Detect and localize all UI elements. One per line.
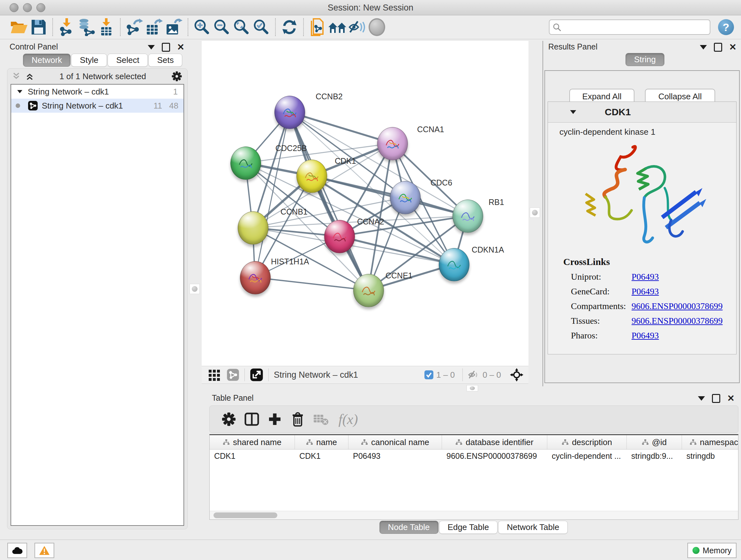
section-collapse-icon[interactable] <box>569 108 577 116</box>
maximize-panel-icon[interactable] <box>714 43 722 52</box>
crosslink-value-link[interactable]: 9606.ENSP00000378699 <box>631 301 723 311</box>
node-CDC6[interactable] <box>390 181 421 214</box>
tree-expand-icon[interactable] <box>16 88 23 95</box>
hidden-eye-icon[interactable] <box>468 370 480 380</box>
export-network-button[interactable] <box>125 17 144 37</box>
node-HIST1H1A[interactable] <box>240 261 271 294</box>
node-CDKN1A[interactable] <box>439 248 469 281</box>
crosslink-value-link[interactable]: P06493 <box>631 330 659 341</box>
table-options-button[interactable] <box>217 410 240 429</box>
column-header-name[interactable]: name <box>295 435 348 449</box>
add-column-button[interactable] <box>263 410 286 429</box>
table-cell[interactable]: CDK1 <box>295 449 348 462</box>
table-cell[interactable]: stringdb <box>682 449 741 462</box>
float-panel-icon[interactable] <box>148 45 155 50</box>
delete-column-button[interactable] <box>286 410 309 429</box>
table-cell[interactable]: P06493 <box>348 449 442 462</box>
network-row[interactable]: String Network – cdk1 11 48 <box>11 99 184 113</box>
close-panel-icon[interactable]: ✕ <box>729 44 737 51</box>
network-from-file-button[interactable] <box>308 17 327 37</box>
import-table-button[interactable] <box>96 17 116 37</box>
node-CCNA1[interactable] <box>377 127 408 160</box>
node-CDK1[interactable] <box>296 160 327 193</box>
zoom-out-button[interactable] <box>212 17 232 37</box>
edge-CCNB2-HIST1H1A[interactable] <box>255 112 289 277</box>
crosslink-value-link[interactable]: P06493 <box>631 287 659 297</box>
selected-checkbox-icon[interactable] <box>424 370 434 380</box>
node-CDC25B[interactable] <box>230 146 261 180</box>
toolbar-separator <box>52 18 53 36</box>
node-CCNB1[interactable] <box>238 211 268 245</box>
tab-select[interactable]: Select <box>108 54 148 67</box>
tab-edge-table[interactable]: Edge Table <box>439 521 498 534</box>
node-RB1[interactable] <box>453 199 483 233</box>
grid-view-icon[interactable] <box>208 368 221 381</box>
table-row[interactable]: CDK1CDK1P064939606.ENSP00000378699cyclin… <box>210 449 738 462</box>
warnings-button[interactable] <box>35 543 54 558</box>
detach-view-icon[interactable] <box>250 368 263 381</box>
crosslink-value-link[interactable]: P06493 <box>631 272 659 282</box>
close-panel-icon[interactable]: ✕ <box>727 395 735 402</box>
zoom-in-button[interactable] <box>192 17 212 37</box>
birds-eye-icon[interactable] <box>509 368 524 382</box>
export-image-button[interactable] <box>164 17 184 37</box>
left-splitter-handle[interactable] <box>190 284 200 294</box>
open-session-button[interactable] <box>9 17 29 37</box>
float-panel-icon[interactable] <box>700 45 707 50</box>
network-collection-row[interactable]: String Network – cdk1 1 <box>11 84 184 99</box>
search-icon <box>553 23 561 31</box>
gene-section-header[interactable]: CDK1 <box>548 102 736 123</box>
column-header-canonical-name[interactable]: canonical name <box>348 435 442 449</box>
table-hscrollbar[interactable] <box>210 511 738 519</box>
table-cell[interactable]: 9606.ENSP00000378699 <box>442 449 547 462</box>
memory-button[interactable]: Memory <box>687 543 737 558</box>
horizontal-splitter-handle[interactable] <box>467 385 478 391</box>
tab-string[interactable]: String <box>625 53 664 66</box>
export-table-button[interactable] <box>144 17 164 37</box>
maximize-panel-icon[interactable] <box>162 43 170 52</box>
column-header-database-identifier[interactable]: database identifier <box>442 435 547 449</box>
collapse-all-chevron-icon[interactable] <box>12 72 21 81</box>
expand-all-chevron-icon[interactable] <box>25 72 34 81</box>
table-cell[interactable]: cyclin-dependent ... <box>547 449 627 462</box>
edge-CCNB2-CCNA1[interactable] <box>289 112 392 143</box>
gear-icon[interactable] <box>172 71 182 82</box>
search-field[interactable] <box>549 19 711 35</box>
network-badge-gray-icon[interactable] <box>226 368 239 381</box>
import-network-from-database-button[interactable] <box>77 17 96 37</box>
hide-selected-button[interactable] <box>347 17 367 37</box>
tab-network[interactable]: Network <box>23 54 71 67</box>
column-header-shared-name[interactable]: shared name <box>210 435 295 449</box>
import-network-button[interactable] <box>57 17 77 37</box>
tab-node-table[interactable]: Node Table <box>380 521 439 534</box>
network-canvas[interactable]: CCNB2CCNA1CDC25BCDK1CDC6RB1CCNB1CCNA2CDK… <box>202 41 529 366</box>
table-cell[interactable]: CDK1 <box>210 449 295 462</box>
tab-sets[interactable]: Sets <box>148 54 182 67</box>
cloud-button[interactable] <box>7 543 27 558</box>
search-input[interactable] <box>561 22 706 32</box>
tab-style[interactable]: Style <box>71 54 107 67</box>
help-button[interactable]: ? <box>718 19 734 35</box>
refresh-view-button[interactable] <box>280 17 299 37</box>
zoom-fit-button[interactable] <box>232 17 252 37</box>
show-hidden-button[interactable] <box>367 17 387 37</box>
scrollbar-thumb[interactable] <box>213 512 277 518</box>
node-CCNE1[interactable] <box>353 274 384 307</box>
column-header-@id[interactable]: @id <box>627 435 682 449</box>
node-CCNA2[interactable] <box>324 220 355 253</box>
right-splitter-handle[interactable] <box>530 207 540 218</box>
column-header-namespac[interactable]: namespac <box>682 435 741 449</box>
column-header-description[interactable]: description <box>547 435 627 449</box>
save-session-button[interactable] <box>29 17 49 37</box>
show-columns-button[interactable] <box>240 410 263 429</box>
node-CCNB2[interactable] <box>274 96 305 129</box>
close-panel-icon[interactable]: ✕ <box>177 44 185 51</box>
zoom-selected-button[interactable] <box>252 17 271 37</box>
crosslink-value-link[interactable]: 9606.ENSP00000378699 <box>631 316 723 326</box>
float-panel-icon[interactable] <box>698 396 705 401</box>
edge-HIST1H1A-CCNE1[interactable] <box>255 277 368 290</box>
tab-network-table[interactable]: Network Table <box>498 521 568 534</box>
show-all-panels-button[interactable] <box>327 17 347 37</box>
table-cell[interactable]: stringdb:9... <box>627 449 682 462</box>
maximize-panel-icon[interactable] <box>712 394 720 403</box>
